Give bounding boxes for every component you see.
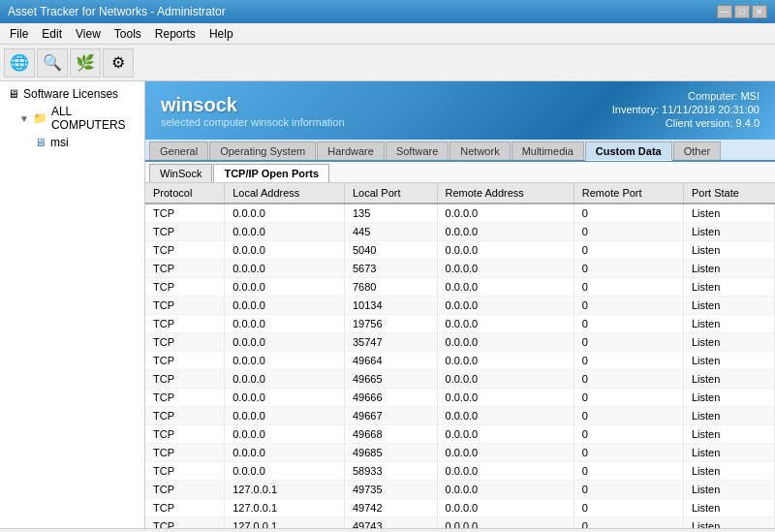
tab-network[interactable]: Network [450,141,510,160]
cell-17-5: Listen [683,517,774,529]
cell-15-5: Listen [683,481,774,499]
cell-2-5: Listen [683,241,774,260]
sub-tab-winsock[interactable]: WinSock [149,164,212,182]
table-row: TCP0.0.0.0496650.0.0.00Listen [145,370,775,389]
cell-7-2: 35747 [344,333,437,352]
table-header-row: Protocol Local Address Local Port Remote… [145,183,775,203]
table-row: TCP0.0.0.0496680.0.0.00Listen [145,425,775,444]
tab-multimedia[interactable]: Multimedia [512,141,584,160]
table-row: TCP0.0.0.0496850.0.0.00Listen [145,444,775,462]
cell-10-1: 0.0.0.0 [225,389,345,407]
col-local-address[interactable]: Local Address [225,183,345,203]
cell-10-5: Listen [683,389,774,407]
window-title: Asset Tracker for Networks - Administrat… [8,5,226,18]
tab-operating-system[interactable]: Operating System [209,141,316,160]
table-row: TCP0.0.0.056730.0.0.00Listen [145,260,775,278]
table-row: TCP127.0.0.1497430.0.0.00Listen [145,517,775,529]
main-container: 🖥 Software Licenses ▼ 📁 ALL COMPUTERS 🖥 … [0,81,775,528]
sidebar-item-msi[interactable]: 🖥 msi [4,134,140,151]
table-row: TCP0.0.0.0589330.0.0.00Listen [145,462,775,481]
cell-12-4: 0 [574,425,683,444]
cell-3-2: 5673 [344,260,437,278]
tab-other[interactable]: Other [673,141,722,160]
cell-0-1: 0.0.0.0 [225,203,345,223]
cell-11-1: 0.0.0.0 [225,407,345,425]
col-remote-port[interactable]: Remote Port [574,183,683,203]
cell-15-1: 127.0.0.1 [225,481,345,499]
cell-3-0: TCP [145,260,225,278]
cell-13-1: 0.0.0.0 [225,444,345,462]
tab-software[interactable]: Software [386,141,449,160]
cell-4-4: 0 [574,278,683,297]
cell-6-2: 19756 [344,315,437,333]
table-row: TCP0.0.0.0496660.0.0.00Listen [145,389,775,407]
cell-3-5: Listen [683,260,774,278]
cell-0-2: 135 [344,203,437,223]
menu-reports[interactable]: Reports [149,25,202,43]
header-banner: winsock selected computer winsock inform… [145,81,775,140]
cell-0-5: Listen [683,203,774,223]
cell-0-3: 0.0.0.0 [437,203,574,223]
sidebar-all-computers-label: ALL COMPUTERS [51,105,137,132]
menu-edit[interactable]: Edit [36,25,68,43]
col-local-port[interactable]: Local Port [344,183,437,203]
sidebar-item-all-computers[interactable]: ▼ 📁 ALL COMPUTERS [4,103,140,134]
toolbar-search-button[interactable]: 🔍 [37,48,68,78]
cell-10-4: 0 [574,389,683,407]
cell-14-5: Listen [683,462,774,481]
cell-5-4: 0 [574,297,683,315]
cell-16-2: 49742 [344,499,437,517]
cell-13-3: 0.0.0.0 [437,444,574,462]
cell-13-0: TCP [145,444,225,462]
close-button[interactable]: ✕ [752,5,767,18]
toolbar-globe-button[interactable]: 🌐 [4,48,35,78]
cell-0-4: 0 [574,203,683,223]
banner-subtitle: selected computer winsock information [161,116,345,128]
toolbar-settings-button[interactable]: ⚙ [103,48,134,78]
menu-tools[interactable]: Tools [108,25,147,43]
cell-2-1: 0.0.0.0 [225,241,345,260]
menu-file[interactable]: File [4,25,34,43]
cell-11-0: TCP [145,407,225,425]
cell-15-3: 0.0.0.0 [437,481,574,499]
table-container[interactable]: Protocol Local Address Local Port Remote… [145,183,775,528]
sidebar-item-software-licenses[interactable]: 🖥 Software Licenses [4,85,140,103]
toolbar: 🌐 🔍 🌿 ⚙ [0,45,775,81]
tab-general[interactable]: General [149,141,208,160]
cell-15-4: 0 [574,481,683,499]
toolbar-tree-button[interactable]: 🌿 [70,48,101,78]
cell-8-3: 0.0.0.0 [437,352,574,370]
col-protocol[interactable]: Protocol [145,183,225,203]
menu-help[interactable]: Help [203,25,239,43]
cell-10-3: 0.0.0.0 [437,389,574,407]
menu-view[interactable]: View [70,25,107,43]
cell-9-2: 49665 [344,370,437,389]
cell-11-5: Listen [683,407,774,425]
tab-custom-data[interactable]: Custom Data [585,141,672,161]
cell-3-3: 0.0.0.0 [437,260,574,278]
cell-1-5: Listen [683,223,774,241]
tab-hardware[interactable]: Hardware [317,141,385,160]
cell-8-1: 0.0.0.0 [225,352,345,370]
cell-9-1: 0.0.0.0 [225,370,345,389]
cell-2-4: 0 [574,241,683,260]
banner-inventory: Inventory: 11/11/2018 20:31:00 [612,104,760,115]
window-controls[interactable]: — □ ✕ [717,5,767,18]
banner-right: Computer: MSI Inventory: 11/11/2018 20:3… [612,90,760,131]
sub-tab-tcpip-open-ports[interactable]: TCP/IP Open Ports [213,164,329,182]
main-tab-bar: General Operating System Hardware Softwa… [145,140,775,162]
col-port-state[interactable]: Port State [683,183,774,203]
cell-8-4: 0 [574,352,683,370]
col-remote-address[interactable]: Remote Address [437,183,574,203]
cell-12-2: 49668 [344,425,437,444]
tree-icon: 🌿 [76,53,95,72]
cell-7-5: Listen [683,333,774,352]
maximize-button[interactable]: □ [734,5,750,18]
minimize-button[interactable]: — [717,5,732,18]
cell-12-3: 0.0.0.0 [437,425,574,444]
banner-client: Client version: 9.4.0 [612,117,760,129]
software-licenses-icon: 🖥 [8,87,19,101]
cell-14-2: 58933 [344,462,437,481]
cell-13-2: 49685 [344,444,437,462]
table-row: TCP127.0.0.1497350.0.0.00Listen [145,481,775,499]
